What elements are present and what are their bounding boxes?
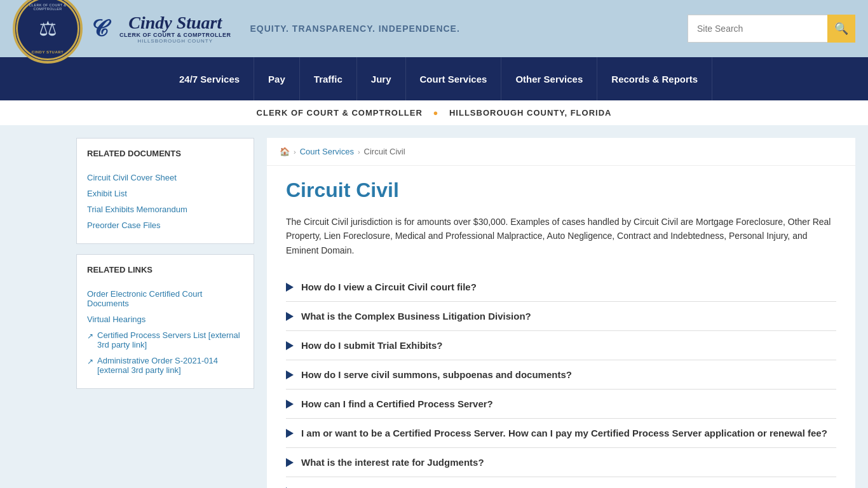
nav-item-jury[interactable]: Jury (357, 57, 406, 100)
sidebar-doc-2[interactable]: Trial Exhibits Memorandum (87, 201, 243, 217)
sidebar-link-0[interactable]: Order Electronic Certified Court Documen… (87, 286, 243, 311)
faq-item-0[interactable]: How do I view a Circuit Civil court file… (286, 273, 836, 302)
search-area: 🔍 (688, 15, 855, 43)
faq-arrow-2 (286, 341, 294, 350)
nav-item-court-services[interactable]: Court Services (406, 57, 502, 100)
related-documents-box: RELATED DOCUMENTS Circuit Civil Cover Sh… (76, 138, 254, 244)
sidebar-doc-1[interactable]: Exhibit List (87, 186, 243, 201)
related-links-box: RELATED LINKS Order Electronic Certified… (76, 254, 254, 389)
breadcrumb-chevron-2: › (358, 148, 360, 156)
faq-item-1[interactable]: What is the Complex Business Litigation … (286, 302, 836, 331)
faq-item-5[interactable]: I am or want to be a Certified Process S… (286, 419, 836, 448)
breadcrumb-chevron-1: › (294, 148, 296, 156)
breadcrumb: 🏠 › Court Services › Circuit Civil (267, 138, 855, 166)
nav-item-traffic[interactable]: Traffic (300, 57, 357, 100)
faq-arrow-3 (286, 370, 294, 379)
faq-item-7[interactable]: How can I deposit money to the Court Reg… (286, 477, 836, 488)
external-icon-2: ↗ (87, 357, 93, 366)
main-nav: 24/7 Services Pay Traffic Jury Court Ser… (0, 57, 868, 100)
sidebar-link-1[interactable]: Virtual Hearings (87, 311, 243, 327)
faq-item-4[interactable]: How can I find a Certified Process Serve… (286, 390, 836, 419)
faq-item-6[interactable]: What is the interest rate for Judgments? (286, 448, 836, 477)
nav-item-pay[interactable]: Pay (254, 57, 300, 100)
faq-arrow-6 (286, 458, 294, 467)
nav-item-247[interactable]: 24/7 Services (165, 57, 254, 100)
faq-question-6: What is the interest rate for Judgments? (301, 457, 484, 468)
page-title: Circuit Civil (286, 179, 836, 202)
breadcrumb-current: Circuit Civil (364, 147, 405, 156)
nav-item-other-services[interactable]: Other Services (501, 57, 597, 100)
faq-arrow-1 (286, 312, 294, 321)
faq-question-3: How do I serve civil summons, subpoenas … (301, 369, 572, 380)
faq-arrow-5 (286, 429, 294, 438)
home-icon: 🏠 (280, 147, 290, 156)
cindy-logo: Cindy Stuart Clerk of Court & Comptrolle… (119, 14, 231, 44)
breadcrumb-home[interactable]: 🏠 (280, 147, 290, 156)
dot-separator: ● (433, 108, 438, 118)
clerk-full-title: CLERK OF COURT & COMPTROLLER (257, 108, 423, 118)
sidebar: RELATED DOCUMENTS Circuit Civil Cover Sh… (76, 138, 254, 488)
search-icon: 🔍 (834, 22, 848, 36)
county-title: HILLSBOROUGH COUNTY, FLORIDA (449, 108, 612, 118)
sidebar-link-2[interactable]: ↗ Certified Process Servers List [extern… (87, 327, 243, 353)
clerk-subtitle: Clerk of Court & Comptroller (119, 32, 231, 38)
faq-item-2[interactable]: How do I submit Trial Exhibits? (286, 331, 836, 360)
faq-arrow-0 (286, 283, 294, 292)
tagline: EQUITY. TRANSPARENCY. INDEPENDENCE. (250, 24, 688, 34)
faq-question-2: How do I submit Trial Exhibits? (301, 340, 443, 351)
faq-question-0: How do I view a Circuit Civil court file… (301, 281, 477, 292)
external-icon: ↗ (87, 332, 93, 341)
sidebar-link-3[interactable]: ↗ Administrative Order S-2021-014 [exter… (87, 353, 243, 378)
related-documents-title: RELATED DOCUMENTS (87, 149, 243, 162)
related-links-title: RELATED LINKS (87, 265, 243, 278)
faq-question-1: What is the Complex Business Litigation … (301, 311, 531, 322)
breadcrumb-parent[interactable]: Court Services (300, 147, 354, 156)
sidebar-link-2-label: Certified Process Servers List [external… (97, 330, 243, 349)
faq-item-3[interactable]: How do I serve civil summons, subpoenas … (286, 360, 836, 390)
faq-question-5: I am or want to be a Certified Process S… (301, 428, 827, 438)
sub-header: CLERK OF COURT & COMPTROLLER ● HILLSBORO… (0, 100, 868, 125)
search-input[interactable] (688, 15, 827, 43)
clerk-county: Hillsborough County (137, 38, 213, 44)
faq-list: How do I view a Circuit Civil court file… (286, 273, 836, 488)
nav-item-records[interactable]: Records & Reports (597, 57, 712, 100)
page-description: The Circuit Civil jurisdiction is for am… (286, 215, 836, 257)
faq-question-4: How can I find a Certified Process Serve… (301, 398, 493, 409)
page-body: Circuit Civil The Circuit Civil jurisdic… (267, 166, 855, 488)
faq-arrow-4 (286, 400, 294, 409)
header: ⚖ CINDY STUART CLERK OF COURT & COMPTROL… (0, 0, 868, 57)
logo-seal: ⚖ CINDY STUART CLERK OF COURT & COMPTROL… (13, 0, 83, 64)
sidebar-link-3-label: Administrative Order S-2021-014 [externa… (97, 356, 243, 375)
clerk-name: Cindy Stuart (128, 14, 222, 32)
sidebar-doc-0[interactable]: Circuit Civil Cover Sheet (87, 170, 243, 186)
main-content: 🏠 › Court Services › Circuit Civil Circu… (267, 138, 855, 488)
sidebar-doc-3[interactable]: Preorder Case Files (87, 217, 243, 233)
search-button[interactable]: 🔍 (827, 15, 855, 43)
content-wrapper: RELATED DOCUMENTS Circuit Civil Cover Sh… (0, 125, 868, 488)
